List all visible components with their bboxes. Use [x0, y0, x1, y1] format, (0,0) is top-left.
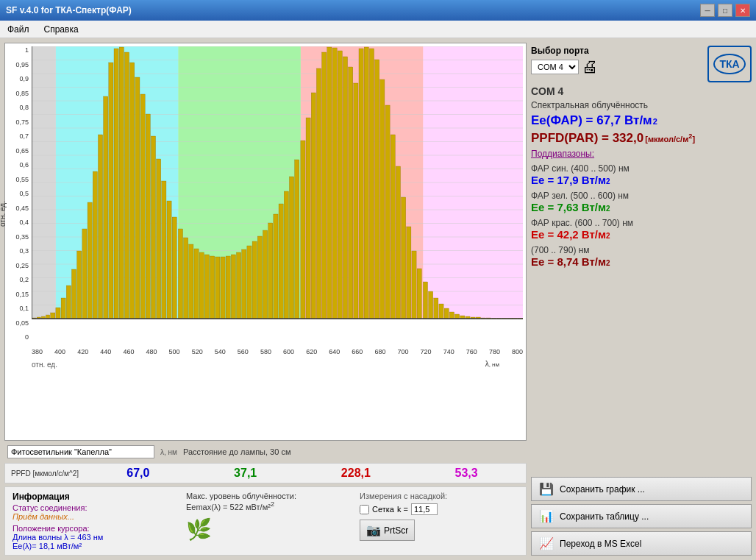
svg-rect-65: [237, 252, 241, 319]
svg-rect-35: [77, 251, 82, 319]
svg-rect-87: [354, 83, 358, 319]
svg-rect-103: [439, 304, 443, 319]
minimize-button[interactable]: ─: [700, 4, 715, 17]
y-label: 0,7: [19, 132, 29, 140]
menu-bar: Файл Справка: [0, 21, 756, 38]
device-input-row: λ, нм Расстояние до лампы, 30 см: [4, 444, 527, 460]
camera-icon: 📷: [366, 523, 381, 537]
svg-rect-92: [380, 79, 385, 319]
svg-rect-49: [151, 136, 155, 319]
menu-file[interactable]: Файл: [3, 23, 34, 36]
y-label: 1: [25, 46, 29, 54]
svg-rect-39: [98, 135, 102, 319]
svg-rect-81: [322, 52, 327, 319]
grid-checkbox[interactable]: [360, 505, 369, 514]
svg-rect-84: [338, 51, 342, 319]
svg-rect-56: [189, 244, 193, 319]
k-input[interactable]: [411, 503, 438, 515]
y-label: 0,55: [15, 176, 29, 183]
svg-rect-52: [167, 201, 171, 319]
svg-rect-38: [93, 171, 97, 319]
svg-rect-100: [423, 282, 427, 319]
svg-rect-76: [295, 160, 299, 319]
axis-label-row: отн. ед. λ, нм: [8, 357, 523, 370]
grid-row: Сетка k =: [360, 503, 518, 515]
y-axis: 1 0,95 0,9 0,85 0,8 0,75 0,7 0,65 0,6 0,…: [8, 46, 30, 341]
save-chart-label: Сохранить график ...: [560, 484, 645, 495]
left-panel: отн. ед.: [4, 43, 527, 556]
svg-rect-98: [412, 251, 416, 319]
action-buttons: 💾 Сохранить график ... 📊 Сохранить табли…: [531, 477, 752, 556]
save-table-icon: 📊: [539, 509, 554, 523]
x-axis: 380 400 420 440 460 480 500 520 540 560 …: [32, 348, 523, 355]
svg-rect-58: [199, 252, 204, 319]
status-value: Приём данных...: [13, 512, 171, 521]
svg-rect-66: [242, 249, 246, 319]
range-red-title: ФАР крас. (600 .. 700) нм: [531, 218, 752, 228]
ppfd-bar-label: PPFD [мкмол/с/м^2]: [11, 469, 79, 478]
svg-rect-33: [66, 286, 71, 319]
svg-rect-96: [402, 197, 406, 319]
y-label: 0,45: [15, 205, 29, 212]
range-blue-value: Ee = 17,9 Вт/м2: [531, 174, 752, 186]
svg-rect-45: [130, 63, 135, 319]
svg-rect-47: [140, 94, 145, 319]
port-select[interactable]: COM 1 COM 2 COM 3 COM 4: [531, 60, 579, 74]
y-label: 0,5: [19, 190, 29, 197]
svg-rect-72: [274, 214, 278, 319]
save-chart-button[interactable]: 💾 Сохранить график ...: [531, 477, 752, 501]
save-table-button[interactable]: 📊 Сохранить таблицу ...: [531, 504, 752, 528]
svg-rect-30: [51, 313, 55, 319]
svg-rect-68: [252, 241, 257, 319]
ppfd-red: 228,1: [341, 467, 371, 480]
svg-rect-54: [178, 229, 182, 319]
svg-rect-101: [429, 291, 433, 319]
ppfd-green: 37,1: [234, 467, 257, 480]
svg-rect-97: [407, 227, 411, 319]
chart-container: отн. ед.: [4, 43, 527, 441]
svg-rect-42: [114, 49, 118, 319]
svg-rect-36: [82, 229, 87, 319]
prtscr-button[interactable]: 📷 PrtScr: [360, 520, 415, 541]
y-label: 0,85: [15, 90, 29, 97]
k-label: k =: [397, 505, 408, 514]
ppfd-pink: 53,3: [455, 467, 478, 480]
svg-rect-83: [332, 48, 337, 319]
svg-rect-44: [124, 52, 129, 319]
svg-rect-70: [263, 230, 267, 319]
y-axis-unit-label: отн. ед.: [32, 357, 298, 370]
save-chart-icon: 💾: [539, 482, 554, 496]
range-green-value: Ee = 7,63 Вт/м2: [531, 201, 752, 213]
ee-far-value: Ee(ФАР) = 67,7 Вт/м2: [531, 113, 752, 128]
svg-rect-104: [444, 308, 449, 319]
svg-rect-41: [109, 63, 113, 319]
tka-logo: ТКА: [707, 46, 752, 82]
svg-rect-55: [184, 238, 188, 319]
lambda-small-label: λ, нм: [160, 448, 177, 456]
maximize-button[interactable]: □: [718, 4, 732, 17]
printer-icon[interactable]: 🖨: [582, 57, 598, 77]
range-red-value: Ee = 42,2 Вт/м2: [531, 228, 752, 241]
close-button[interactable]: ✕: [735, 4, 750, 17]
svg-rect-73: [279, 204, 283, 319]
title-bar: SF v.4.0 for ТКА-Спектр(ФАР) ─ □ ✕: [0, 0, 756, 21]
chart-svg: [32, 46, 523, 341]
svg-rect-34: [71, 269, 76, 319]
wavelength-value: Длина волны λ = 463 нм: [13, 533, 171, 542]
prtscr-label: PrtScr: [384, 525, 408, 536]
svg-rect-77: [301, 141, 305, 319]
svg-rect-40: [104, 96, 108, 319]
port-logo-row: Выбор порта COM 1 COM 2 COM 3 COM 4 🖨 ТК…: [531, 43, 752, 85]
device-name-input[interactable]: [7, 445, 154, 458]
svg-rect-31: [56, 308, 60, 319]
svg-rect-90: [369, 49, 374, 319]
svg-rect-37: [88, 202, 92, 319]
svg-rect-71: [268, 223, 273, 319]
svg-rect-79: [311, 93, 315, 319]
menu-help[interactable]: Справка: [40, 23, 83, 36]
status-section: Информация Статус соединения: Приём данн…: [13, 492, 171, 550]
y-axis-label: отн. ед.: [0, 201, 7, 227]
eemax-label: Макс. уровень облучённости:: [186, 492, 345, 500]
svg-rect-85: [343, 57, 347, 319]
excel-button[interactable]: 📈 Переход в MS Excel: [531, 531, 752, 556]
